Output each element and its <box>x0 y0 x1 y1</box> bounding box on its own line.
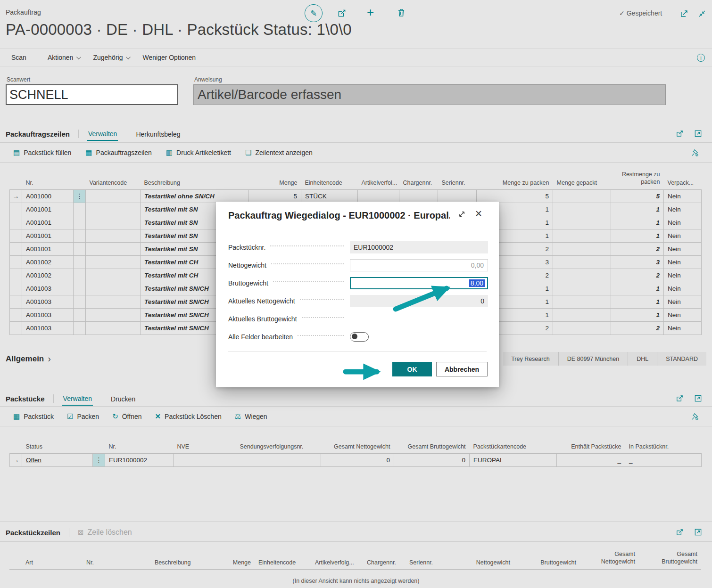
druck-artikeletikett-button[interactable]: ▥ Druck Artikeletikett <box>166 148 231 157</box>
cell-variantencode[interactable] <box>86 255 141 269</box>
col-beschreibung[interactable]: Beschreibung <box>141 166 249 189</box>
cell-nr[interactable]: A001002 <box>22 269 74 282</box>
cell-einheitencode[interactable]: STÜCK <box>301 189 358 203</box>
col-gesamt-netto[interactable]: Gesamt Nettogewicht <box>321 429 394 453</box>
col-seriennr[interactable]: Seriennr. <box>406 543 453 569</box>
col-menge-zu-packen[interactable]: Menge zu packen <box>477 166 553 189</box>
cell-restmenge[interactable]: 3 <box>611 255 664 269</box>
cell-variantencode[interactable] <box>86 189 141 203</box>
cell-nr[interactable]: A001003 <box>22 308 74 321</box>
cell-menge-zu-packen[interactable]: 5 <box>477 189 553 203</box>
edit-button[interactable]: ✎ <box>305 4 323 22</box>
cell-nr[interactable]: A001002 <box>22 255 74 269</box>
cell-restmenge[interactable]: 2 <box>611 269 664 282</box>
col-einheitencode[interactable]: Einheitencode <box>255 543 311 569</box>
cell-nr[interactable]: A001003 <box>22 282 74 295</box>
cell-menge-gepackt[interactable] <box>553 321 611 335</box>
cell-gesamt-netto[interactable]: 0 <box>321 453 394 466</box>
cell-nr[interactable]: A001000 <box>22 189 74 203</box>
cell-restmenge[interactable]: 1 <box>611 295 664 308</box>
cell-verpackt[interactable]: Nein <box>664 295 702 308</box>
cell-verpackt[interactable]: Nein <box>664 282 702 295</box>
cell-variantencode[interactable] <box>86 242 141 255</box>
cell-verpackt[interactable]: Nein <box>664 203 702 216</box>
cell-nr[interactable]: A001001 <box>22 216 74 229</box>
collapse-button[interactable] <box>697 9 707 18</box>
cell-restmenge[interactable]: 1 <box>611 308 664 321</box>
col-art[interactable]: Art <box>22 543 83 569</box>
col-status[interactable]: Status <box>22 429 93 453</box>
col-menge[interactable]: Menge <box>249 166 301 189</box>
cell-variantencode[interactable] <box>86 282 141 295</box>
expand-icon[interactable] <box>694 129 703 138</box>
col-verpackt[interactable]: Verpack... <box>664 166 702 189</box>
menu-aktionen[interactable]: Aktionen <box>41 49 86 66</box>
cell-menge-gepackt[interactable] <box>553 229 611 242</box>
dialog-close-button[interactable]: ✕ <box>475 208 482 219</box>
col-nr[interactable]: Nr. <box>83 543 151 569</box>
scanwert-input[interactable] <box>6 84 178 105</box>
share-icon[interactable] <box>675 129 684 138</box>
wiegen-button[interactable]: ⚖ Wiegen <box>235 412 267 421</box>
col-packstueckartencode[interactable]: Packstückartencode <box>470 429 557 453</box>
col-seriennr[interactable]: Seriennr. <box>438 166 477 189</box>
cell-verpackt[interactable]: Nein <box>664 321 702 335</box>
col-artikelverfolgung[interactable]: Artikelverfol... <box>358 166 399 189</box>
tab-verwalten[interactable]: Verwalten <box>87 127 118 141</box>
col-menge[interactable]: Menge <box>226 543 255 569</box>
col-enthaelt-packstuecke[interactable]: Enthält Packstücke <box>557 429 625 453</box>
cell-verpackt[interactable]: Nein <box>664 216 702 229</box>
cell-menge-gepackt[interactable] <box>553 269 611 282</box>
cell-verpackt[interactable]: Nein <box>664 308 702 321</box>
cell-nr[interactable]: A001001 <box>22 203 74 216</box>
cell-variantencode[interactable] <box>86 203 141 216</box>
col-artikelverfolgung[interactable]: Artikelverfolg... <box>311 543 363 569</box>
menu-weniger-optionen[interactable]: Weniger Optionen <box>136 49 202 66</box>
cell-verpackt[interactable]: Nein <box>664 242 702 255</box>
zeilentext-anzeigen-button[interactable]: ❏ Zeilentext anzeigen <box>245 148 313 157</box>
col-tracking[interactable]: Sendungsverfolgungsnr. <box>236 429 321 453</box>
cell-status[interactable]: Offen <box>22 453 93 466</box>
share-icon[interactable] <box>675 394 684 403</box>
col-nr[interactable]: Nr. <box>105 429 174 453</box>
cell-beschreibung[interactable]: Testartikel ohne SN/CH <box>141 189 249 203</box>
col-nr[interactable]: Nr. <box>22 166 74 189</box>
open-in-window-button[interactable] <box>679 9 689 18</box>
cell-nr[interactable]: A001001 <box>22 229 74 242</box>
zeile-loeschen-button[interactable]: ⊠ Zeile löschen <box>78 528 132 537</box>
cell-variantencode[interactable] <box>86 295 141 308</box>
alle-felder-toggle[interactable] <box>350 332 369 342</box>
cell-verpackt[interactable]: Nein <box>664 255 702 269</box>
ok-button[interactable]: OK <box>392 362 432 376</box>
col-in-packstuecknr[interactable]: In Packstücknr. <box>625 429 702 453</box>
col-gesamt-nettogewicht[interactable]: Gesamt Nettogewicht <box>580 543 639 569</box>
cell-restmenge[interactable]: 1 <box>611 282 664 295</box>
col-nve[interactable]: NVE <box>174 429 236 453</box>
cell-verpackt[interactable]: Nein <box>664 189 702 203</box>
cell-artikelverfolgung[interactable] <box>358 189 399 203</box>
col-menge-gepackt[interactable]: Menge gepackt <box>553 166 611 189</box>
nettogewicht-input[interactable]: 0,00 <box>350 259 488 271</box>
cell-variantencode[interactable] <box>86 216 141 229</box>
col-restmenge[interactable]: Restmenge zu packen <box>611 166 664 189</box>
cell-chargennr[interactable] <box>399 189 438 203</box>
col-chargennr[interactable]: Chargennr. <box>363 543 406 569</box>
expand-icon[interactable] <box>694 394 703 403</box>
cell-menge-gepackt[interactable] <box>553 255 611 269</box>
menu-zugehoerig[interactable]: Zugehörig <box>86 49 136 66</box>
menu-scan[interactable]: Scan <box>0 49 33 66</box>
cell-restmenge[interactable]: 5 <box>611 189 664 203</box>
row-menu-button[interactable]: ⋮ <box>93 453 105 466</box>
cell-verpackt[interactable]: Nein <box>664 229 702 242</box>
cell-menge-gepackt[interactable] <box>553 216 611 229</box>
col-bruttogewicht[interactable]: Bruttogewicht <box>514 543 580 569</box>
packauftragszeilen-button[interactable]: ▦ Packauftragszeilen <box>85 148 151 157</box>
cell-packstueckartencode[interactable]: EUROPAL <box>470 453 557 466</box>
cell-verpackt[interactable]: Nein <box>664 269 702 282</box>
cell-variantencode[interactable] <box>86 269 141 282</box>
cell-enthaelt-packstuecke[interactable]: _ <box>557 453 625 466</box>
share-button[interactable] <box>337 8 347 18</box>
allgemein-group-header[interactable]: Allgemein › <box>6 353 51 364</box>
cancel-button[interactable]: Abbrechen <box>436 362 488 376</box>
pin-off-icon[interactable] <box>690 412 699 421</box>
